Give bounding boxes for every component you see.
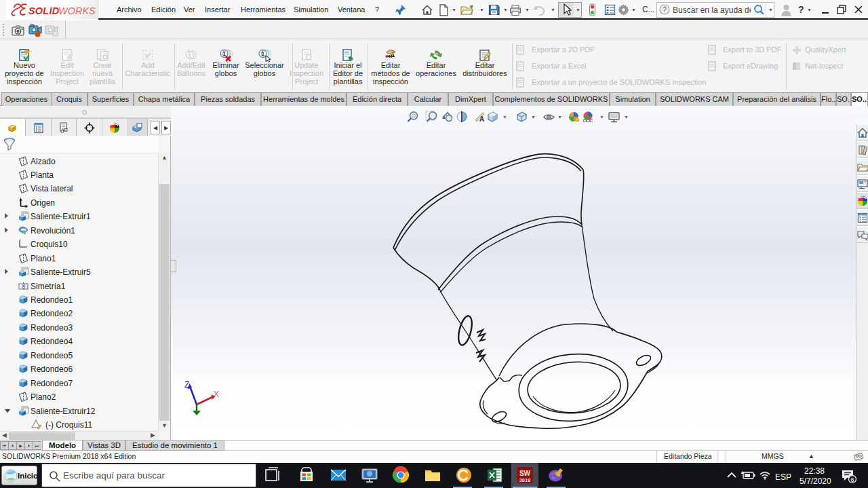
svg-text:2018: 2018 xyxy=(519,477,531,483)
svg-text:1: 1 xyxy=(222,50,226,57)
svg-text:6: 6 xyxy=(850,476,854,483)
svg-text:1: 1 xyxy=(261,50,264,57)
svg-text:X: X xyxy=(214,390,219,399)
svg-text:?: ? xyxy=(663,6,667,14)
svg-text:SOLID: SOLID xyxy=(28,5,60,16)
svg-text:Z: Z xyxy=(184,380,189,390)
svg-text:1: 1 xyxy=(189,52,192,58)
svg-text:SW: SW xyxy=(519,470,531,477)
svg-text:WORKS: WORKS xyxy=(58,5,96,16)
